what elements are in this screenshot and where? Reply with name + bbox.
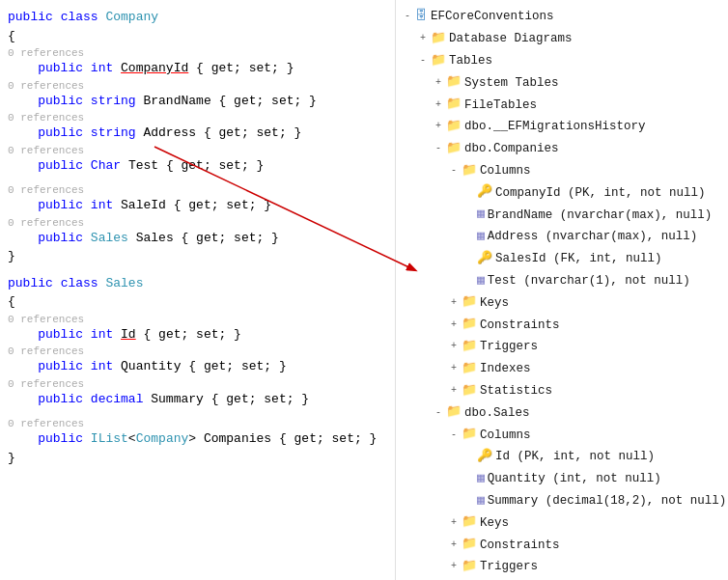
tree-indexes-companies[interactable]: + 📁 Indexes: [396, 358, 728, 380]
label-col-salesid: SalesId (FK, int, null): [495, 249, 662, 268]
expander-db-diagrams[interactable]: +: [415, 31, 431, 46]
folder-icon-stats: 📁: [462, 381, 477, 401]
ref-quantity: 0 references: [0, 344, 395, 357]
label-database-diagrams: Database Diagrams: [449, 29, 573, 48]
tree-triggers-companies[interactable]: + 📁 Triggers: [396, 336, 728, 358]
tree-col-quantity[interactable]: ▦ Quantity (int, not null): [396, 468, 728, 490]
ref-companies: 0 references: [0, 416, 395, 429]
expander-statistics-companies[interactable]: +: [446, 383, 462, 399]
expander-triggers-sales[interactable]: +: [446, 559, 462, 574]
tree-col-address[interactable]: ▦ Address (nvarchar(max), null): [396, 226, 728, 248]
field-companies: Companies: [204, 429, 271, 449]
folder-icon-columns-sales: 📁: [462, 425, 477, 445]
expander-keys-companies[interactable]: +: [446, 295, 462, 311]
tree-keys-companies[interactable]: + 📁 Keys: [396, 291, 728, 314]
tree-database-diagrams[interactable]: + 📁 Database Diagrams: [396, 28, 728, 50]
expander-keys-sales[interactable]: +: [446, 515, 462, 531]
label-columns-companies: Columns: [480, 161, 531, 180]
folder-icon: 📁: [431, 29, 446, 49]
tree-sales[interactable]: - 📁 dbo.Sales: [396, 401, 728, 424]
key-icon-companyid: 🔑: [477, 182, 492, 203]
tree-constraints-companies[interactable]: + 📁 Constraints: [396, 314, 728, 336]
label-col-id: Id (PK, int, not null): [495, 447, 655, 466]
tree-col-summary[interactable]: ▦ Summary (decimal(18,2), not null): [396, 490, 728, 512]
tree-col-brandname[interactable]: ▦ BrandName (nvarchar(max), null): [396, 204, 728, 226]
field-sales: Sales: [136, 229, 174, 248]
tree-tables[interactable]: - 📁 Tables: [396, 50, 728, 72]
database-icon: 🗄: [415, 7, 428, 27]
expander-columns-companies[interactable]: -: [446, 163, 462, 179]
expander-system-tables[interactable]: +: [431, 75, 446, 91]
tree-col-id[interactable]: 🔑 Id (PK, int, not null): [396, 446, 728, 468]
folder-icon-companies: 📁: [446, 139, 462, 159]
label-sales: dbo.Sales: [464, 403, 530, 423]
expander-root[interactable]: -: [400, 9, 415, 24]
tree-ef-migrations[interactable]: + 📁 dbo.__EFMigrationsHistory: [396, 116, 728, 138]
ref-summary: 0 references: [0, 376, 395, 390]
code-editor: public class Company { 0 references publ…: [0, 0, 396, 580]
col-icon-quantity: ▦: [477, 469, 485, 489]
expander-companies[interactable]: -: [431, 141, 446, 156]
tree-col-salesid[interactable]: 🔑 SalesId (FK, int, null): [396, 248, 728, 270]
tree-triggers-sales[interactable]: + 📁 Triggers: [396, 556, 728, 578]
object-explorer: - 🗄 EFCoreConventions + 📁 Database Diagr…: [396, 0, 728, 580]
tree-constraints-sales[interactable]: + 📁 Constraints: [396, 534, 728, 556]
field-test: Test: [128, 156, 158, 176]
folder-icon-system: 📁: [446, 72, 462, 93]
folder-icon-ef: 📁: [446, 117, 462, 137]
label-system-tables: System Tables: [464, 73, 559, 93]
tree-companies[interactable]: - 📁 dbo.Companies: [396, 138, 728, 160]
ref-companyid: 0 references: [0, 45, 395, 59]
class-name-company: Company: [105, 8, 158, 27]
expander-sales[interactable]: -: [431, 405, 446, 421]
col-icon-summary: ▦: [477, 491, 485, 511]
label-ef-migrations: dbo.__EFMigrationsHistory: [464, 117, 646, 136]
label-statistics-companies: Statistics: [480, 381, 552, 400]
expander-col-quantity: [462, 471, 477, 486]
folder-icon-constraints: 📁: [462, 315, 477, 335]
tree-system-tables[interactable]: + 📁 System Tables: [396, 71, 728, 94]
expander-ef-migrations[interactable]: +: [431, 119, 446, 134]
tree-col-test[interactable]: ▦ Test (nvarchar(1), not null): [396, 270, 728, 292]
folder-icon-constraints-sales: 📁: [462, 535, 477, 555]
ref-address: 0 references: [0, 110, 395, 124]
expander-triggers-companies[interactable]: +: [446, 339, 462, 354]
field-summary: Summary: [151, 390, 204, 409]
label-col-brandname: BrandName (nvarchar(max), null): [488, 206, 713, 225]
tree-filetables[interactable]: + 📁 FileTables: [396, 94, 728, 116]
ref-brandname: 0 references: [0, 78, 395, 92]
expander-indexes-companies[interactable]: +: [446, 361, 462, 376]
ref-test: 0 references: [0, 143, 395, 156]
tree-columns-sales[interactable]: - 📁 Columns: [396, 424, 728, 446]
folder-icon-keys-sales: 📁: [462, 512, 477, 533]
field-address: Address: [143, 124, 196, 143]
tree-columns-companies[interactable]: - 📁 Columns: [396, 160, 728, 182]
label-col-address: Address (nvarchar(max), null): [488, 227, 698, 246]
col-icon-test: ▦: [477, 271, 485, 291]
expander-columns-sales[interactable]: -: [446, 428, 462, 443]
field-saleid: SaleId: [121, 196, 166, 215]
tree-col-companyid[interactable]: 🔑 CompanyId (PK, int, not null): [396, 181, 728, 204]
keyword-class: class: [61, 8, 98, 27]
label-companies: dbo.Companies: [464, 139, 559, 158]
tree-root[interactable]: - 🗄 EFCoreConventions: [396, 6, 728, 28]
ref-sales: 0 references: [0, 215, 395, 229]
folder-icon-keys: 📁: [462, 292, 477, 313]
expander-constraints-sales[interactable]: +: [446, 538, 462, 553]
expander-filetables[interactable]: +: [431, 97, 446, 113]
expander-col-address: [462, 229, 477, 244]
folder-icon-filetables: 📁: [446, 95, 462, 115]
key-icon-id: 🔑: [477, 447, 492, 467]
expander-tables[interactable]: -: [415, 53, 431, 69]
expander-col-brandname: [462, 207, 477, 223]
col-icon-brandname: ▦: [477, 205, 485, 225]
label-constraints-sales: Constraints: [480, 536, 560, 555]
tree-statistics-companies[interactable]: + 📁 Statistics: [396, 380, 728, 402]
label-tables: Tables: [449, 51, 492, 70]
expander-constraints-companies[interactable]: +: [446, 318, 462, 333]
label-constraints-companies: Constraints: [480, 316, 560, 335]
ref-saleid: 0 references: [0, 182, 395, 196]
col-icon-address: ▦: [477, 227, 485, 247]
tree-keys-sales[interactable]: + 📁 Keys: [396, 511, 728, 534]
folder-icon-triggers: 📁: [462, 337, 477, 357]
